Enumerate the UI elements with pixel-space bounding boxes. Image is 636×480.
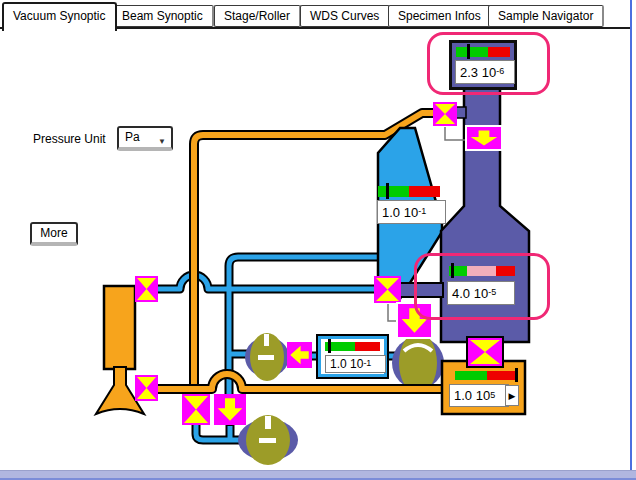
vent-valve-lower-icon[interactable]: [135, 375, 158, 401]
column-flow-down-arrow-icon: [465, 125, 503, 151]
valve-bowtie-icon: [376, 278, 399, 301]
valve-bowtie-icon: [137, 377, 156, 399]
airlock-gauge-bar: [455, 371, 517, 380]
airlock-gate-valve-icon[interactable]: [466, 336, 504, 368]
chamber-inlet-stub: [398, 283, 443, 297]
left-arrow-icon: [289, 345, 311, 366]
down-arrow-icon: [400, 306, 429, 335]
valve-bowtie-icon: [184, 396, 208, 423]
valve-bowtie-icon: [137, 278, 156, 300]
vacuum-diagram: [0, 0, 636, 480]
vacuum-synoptic-window: Vacuum Synoptic Beam Synoptic Stage/Roll…: [0, 0, 636, 480]
roughing-valve-icon[interactable]: [182, 394, 210, 425]
chamber-backing-valve-icon[interactable]: [374, 276, 401, 303]
vent-stack: [104, 286, 135, 369]
chamber-flow-down-arrow-icon: [396, 302, 433, 339]
tab-vacuum-synoptic[interactable]: Vacuum Synoptic: [2, 2, 117, 31]
roughing-flow-down-arrow-icon: [214, 394, 246, 425]
chamber-gauge-value: 4.0 10-5: [447, 281, 515, 305]
airlock-gauge-value: 1.0 105: [449, 384, 509, 407]
pump-flow-left-arrow-icon: [287, 342, 312, 368]
chamber-gauge-bar: [449, 266, 515, 276]
vent-valve-upper-icon[interactable]: [135, 276, 158, 302]
buffer-gauge-bar: [378, 186, 440, 197]
backing-gauge-value: 1.0 10-1: [325, 355, 386, 373]
gun-gauge-value: 2.3 10-6: [455, 60, 515, 84]
turbo-pump-icon: [245, 333, 289, 381]
valve-bowtie-icon: [470, 340, 500, 364]
gun-gauge-bar: [456, 47, 510, 57]
down-arrow-icon: [216, 396, 244, 423]
valve-bowtie-icon: [435, 104, 455, 124]
buffer-gauge-value: 1.0 10-1: [377, 200, 446, 224]
rotary-pump-icon: [238, 415, 298, 465]
backing-gauge-bar: [325, 342, 380, 351]
gun-isolation-valve-icon[interactable]: [433, 102, 457, 126]
down-arrow-icon: [469, 129, 499, 147]
airlock-expand-button[interactable]: ▶: [505, 385, 519, 406]
